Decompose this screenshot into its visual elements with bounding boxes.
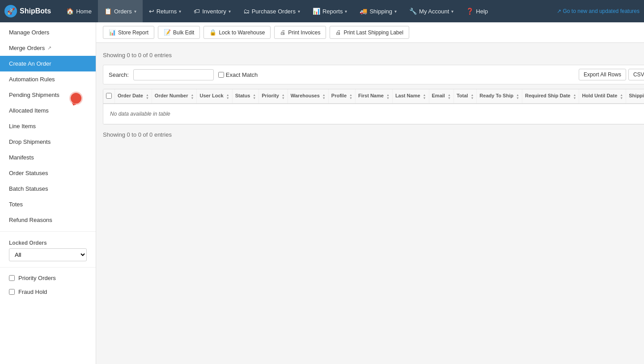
nav-label-help: Help xyxy=(476,8,488,15)
table-footer-row: Showing 0 to 0 of 0 entries First < > La… xyxy=(103,129,644,140)
nav-label-inventory: Inventory xyxy=(202,8,226,15)
col-label-hold-until-date: Hold Until Date xyxy=(582,93,617,98)
showing-text-top: Showing 0 to 0 of 0 entries xyxy=(103,52,172,59)
col-header-required-ship-date[interactable]: Required Ship Date ▲▼ xyxy=(522,89,579,104)
sort-arrows-priority: ▲▼ xyxy=(282,93,285,100)
sidebar-label-batch-statuses: Batch Statuses xyxy=(9,185,48,192)
col-header-profile[interactable]: Profile ▲▼ xyxy=(328,89,355,104)
toolbar-btn-bulk-edit[interactable]: 📝 Bulk Edit xyxy=(158,26,200,39)
priority-orders-item[interactable]: Priority Orders xyxy=(0,271,96,285)
fraud-hold-item[interactable]: Fraud Hold xyxy=(0,285,96,299)
col-label-order-number: Order Number xyxy=(155,93,188,98)
sidebar-item-order-statuses[interactable]: Order Statuses xyxy=(0,165,96,181)
sidebar-label-create-an-order: Create An Order xyxy=(9,60,51,67)
sidebar-item-manifests[interactable]: Manifests xyxy=(0,150,96,165)
nav-icon-orders: 📋 xyxy=(104,8,112,15)
nav-item-inventory[interactable]: 🏷 Inventory ▾ xyxy=(187,0,237,22)
col-label-status: Status xyxy=(235,93,250,98)
toolbar-btn-print-invoices[interactable]: 🖨 Print Invoices xyxy=(274,26,326,39)
nav-icon-my-account: 🔧 xyxy=(409,8,417,15)
exact-match-label[interactable]: Exact Match xyxy=(218,71,258,78)
sidebar: Manage Orders Merge Orders ↗Create An Or… xyxy=(0,22,96,364)
sidebar-label-order-statuses: Order Statuses xyxy=(9,170,48,176)
nav-items: 🏠 Home 📋 Orders ▾↩ Returns ▾🏷 Inventory … xyxy=(60,0,556,22)
priority-orders-checkbox[interactable] xyxy=(9,275,15,281)
exact-match-checkbox[interactable] xyxy=(218,72,224,78)
nav-item-my-account[interactable]: 🔧 My Account ▾ xyxy=(403,0,460,22)
search-label: Search: xyxy=(109,71,129,78)
dropdown-arrow-returns: ▾ xyxy=(179,9,181,14)
sidebar-label-drop-shipments: Drop Shipments xyxy=(9,138,51,145)
nav-item-reports[interactable]: 📊 Reports ▾ xyxy=(306,0,354,22)
dropdown-arrow-inventory: ▾ xyxy=(229,9,231,14)
sidebar-label-line-items: Line Items xyxy=(9,123,36,130)
no-data-row: No data available in table xyxy=(103,104,644,124)
col-label-warehouses: Warehouses xyxy=(291,93,320,98)
nav-item-shipping[interactable]: 🚚 Shipping ▾ xyxy=(353,0,403,22)
col-label-total: Total xyxy=(457,93,468,98)
toolbar-btn-print-last-shipping-label[interactable]: 🖨 Print Last Shipping Label xyxy=(330,26,409,39)
col-label-profile: Profile xyxy=(331,93,347,98)
sidebar-item-totes[interactable]: Totes xyxy=(0,197,96,212)
sidebar-item-allocated-items[interactable]: Allocated Items xyxy=(0,103,96,118)
sidebar-item-automation-rules[interactable]: Automation Rules xyxy=(0,71,96,87)
sort-arrows-last-name: ▲▼ xyxy=(423,93,426,100)
toolbar: 📊 Store Report📝 Bulk Edit🔒 Lock to Wareh… xyxy=(96,22,644,43)
toolbar-btn-lock-to-warehouse[interactable]: 🔒 Lock to Warehouse xyxy=(203,26,271,39)
external-icon-merge-orders: ↗ xyxy=(47,45,51,51)
brand-logo[interactable]: 🚀 ShipBots xyxy=(4,5,51,17)
col-header-email[interactable]: Email ▲▼ xyxy=(429,89,453,104)
toolbar-btn-store-report[interactable]: 📊 Store Report xyxy=(103,26,154,39)
nav-icon-home: 🏠 xyxy=(66,8,74,15)
nav-icon-help: ❓ xyxy=(466,8,474,15)
col-header-hold-until-date[interactable]: Hold Until Date ▲▼ xyxy=(579,89,626,104)
nav-label-returns: Returns xyxy=(157,8,177,15)
col-header-warehouses[interactable]: Warehouses ▲▼ xyxy=(288,89,328,104)
locked-orders-select[interactable]: All Locked Unlocked xyxy=(9,248,87,261)
search-input[interactable] xyxy=(133,69,214,80)
nav-icon-returns: ↩ xyxy=(149,8,154,15)
col-label-shipping-name: Shipping Name xyxy=(629,93,644,98)
label-print-invoices: Print Invoices xyxy=(288,29,320,36)
data-table-wrapper: Order Date ▲▼Order Number ▲▼User Lock ▲▼… xyxy=(103,89,644,125)
sidebar-item-line-items[interactable]: Line Items xyxy=(0,118,96,134)
col-header-status[interactable]: Status ▲▼ xyxy=(232,89,259,104)
brand-name: ShipBots xyxy=(20,7,51,15)
dropdown-arrow-my-account: ▾ xyxy=(451,9,453,14)
sort-arrows-hold-until-date: ▲▼ xyxy=(620,93,623,100)
sidebar-item-manage-orders[interactable]: Manage Orders xyxy=(0,25,96,40)
export-all-rows-btn[interactable]: Export All Rows xyxy=(579,69,626,80)
sidebar-item-drop-shipments[interactable]: Drop Shipments xyxy=(0,134,96,150)
data-table: Order Date ▲▼Order Number ▲▼User Lock ▲▼… xyxy=(103,89,644,124)
col-header-last-name[interactable]: Last Name ▲▼ xyxy=(392,89,429,104)
col-header-first-name[interactable]: First Name ▲▼ xyxy=(356,89,393,104)
export-buttons: Export All Rows CSV PDF Column visibilit… xyxy=(579,69,644,80)
nav-label-home: Home xyxy=(76,8,92,15)
nav-item-help[interactable]: ❓ Help xyxy=(460,0,494,22)
col-header-order-number[interactable]: Order Number ▲▼ xyxy=(152,89,197,104)
sidebar-item-refund-reasons[interactable]: Refund Reasons xyxy=(0,212,96,228)
sidebar-item-merge-orders[interactable]: Merge Orders ↗ xyxy=(0,40,96,56)
sidebar-label-manage-orders: Manage Orders xyxy=(9,29,49,36)
nav-item-orders[interactable]: 📋 Orders ▾ xyxy=(98,0,143,22)
table-header-row-top: Showing 0 to 0 of 0 entries First < > La… xyxy=(103,50,644,60)
sidebar-item-create-an-order[interactable]: Create An Order xyxy=(0,56,96,71)
dropdown-arrow-shipping: ▾ xyxy=(394,9,397,14)
select-all-checkbox[interactable] xyxy=(106,93,112,99)
nav-item-returns[interactable]: ↩ Returns ▾ xyxy=(143,0,188,22)
fraud-hold-checkbox[interactable] xyxy=(9,289,15,295)
col-header-order-date[interactable]: Order Date ▲▼ xyxy=(115,89,152,104)
col-header-shipping-name[interactable]: Shipping Name ▲▼ xyxy=(626,89,644,104)
table-head: Order Date ▲▼Order Number ▲▼User Lock ▲▼… xyxy=(103,89,644,104)
nav-item-purchase-orders[interactable]: 🗂 Purchase Orders ▾ xyxy=(237,0,306,22)
col-header-user-lock[interactable]: User Lock ▲▼ xyxy=(197,89,232,104)
sidebar-item-batch-statuses[interactable]: Batch Statuses xyxy=(0,181,96,197)
csv-btn[interactable]: CSV xyxy=(628,69,644,80)
nav-item-home[interactable]: 🏠 Home xyxy=(60,0,98,22)
new-features-link[interactable]: ↗ Go to new and updated features xyxy=(557,8,640,14)
col-header-total[interactable]: Total ▲▼ xyxy=(453,89,476,104)
sort-arrows-order-number: ▲▼ xyxy=(191,93,194,100)
col-header-priority[interactable]: Priority ▲▼ xyxy=(259,89,288,104)
sidebar-item-pending-shipments[interactable]: Pending Shipments xyxy=(0,87,96,103)
col-header-ready-to-ship[interactable]: Ready To Ship ▲▼ xyxy=(477,89,522,104)
